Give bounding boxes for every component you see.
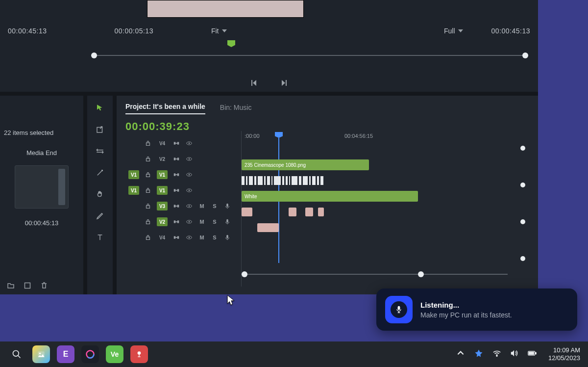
preview-playhead-marker[interactable] bbox=[227, 40, 235, 47]
photos-app-icon[interactable] bbox=[32, 345, 50, 363]
eye-icon[interactable] bbox=[185, 171, 193, 178]
track-lane[interactable]: 235 Cinemascope 1080.png bbox=[242, 158, 508, 171]
mute-toggle[interactable]: M bbox=[199, 235, 204, 240]
ripple-edit-tool[interactable] bbox=[95, 146, 105, 157]
eye-icon[interactable] bbox=[185, 140, 193, 147]
lock-icon[interactable] bbox=[144, 187, 152, 194]
track-header-row[interactable]: V1 V1 bbox=[125, 168, 241, 181]
track-target-badge[interactable]: V1 bbox=[128, 170, 139, 179]
chevron-down-icon bbox=[222, 29, 227, 32]
track-header-row[interactable]: V1 V1 bbox=[125, 184, 241, 197]
eye-icon[interactable] bbox=[185, 187, 193, 194]
preview-scrub-bar[interactable] bbox=[91, 50, 528, 62]
clip-thumbnail-timecode: 00:00:45:13 bbox=[4, 219, 79, 227]
sync-lock-icon[interactable] bbox=[172, 187, 180, 194]
export-frame-tool[interactable] bbox=[95, 124, 105, 135]
browser-app-icon[interactable] bbox=[81, 345, 99, 363]
resolution-dropdown[interactable]: Full bbox=[444, 27, 463, 35]
lock-icon[interactable] bbox=[144, 171, 152, 178]
eye-icon[interactable] bbox=[185, 234, 193, 241]
sync-lock-icon[interactable] bbox=[172, 171, 180, 178]
copilot-icon[interactable] bbox=[474, 348, 484, 360]
svg-rect-10 bbox=[177, 157, 179, 160]
timeline-zoom-slider[interactable] bbox=[242, 271, 508, 278]
video-clip[interactable]: 235 Cinemascope 1080.png bbox=[242, 159, 369, 170]
voiceover-icon[interactable] bbox=[223, 234, 231, 241]
taskbar-clock[interactable]: 10:09 AM 12/05/2023 bbox=[548, 346, 580, 362]
svg-point-48 bbox=[13, 351, 19, 357]
track-zoom-handles[interactable] bbox=[520, 146, 525, 261]
video-editor-app-icon[interactable]: Ve bbox=[106, 345, 123, 363]
track-lane[interactable]: White bbox=[242, 190, 508, 203]
audio-clip[interactable] bbox=[242, 208, 252, 216]
voiceover-icon[interactable] bbox=[223, 203, 231, 210]
track-header-row[interactable]: V4 bbox=[125, 137, 241, 150]
sync-lock-icon[interactable] bbox=[172, 234, 180, 241]
solo-toggle[interactable]: S bbox=[213, 203, 216, 209]
track-header-row[interactable]: V2 bbox=[125, 153, 241, 165]
track-lane[interactable] bbox=[242, 237, 508, 250]
track-lane[interactable] bbox=[242, 206, 508, 218]
audio-clip[interactable] bbox=[289, 208, 296, 216]
mute-toggle[interactable]: M bbox=[199, 203, 204, 209]
track-header-row[interactable]: V2 M S bbox=[125, 215, 241, 228]
rate-stretch-tool[interactable] bbox=[95, 167, 105, 178]
voiceover-icon[interactable] bbox=[223, 218, 231, 225]
audio-clip[interactable] bbox=[257, 223, 279, 232]
search-button[interactable] bbox=[8, 345, 25, 363]
volume-icon[interactable] bbox=[510, 349, 519, 360]
clip-thumbnail[interactable] bbox=[15, 165, 69, 209]
new-bin-icon[interactable] bbox=[7, 282, 15, 289]
new-item-icon[interactable] bbox=[24, 282, 31, 289]
lock-icon[interactable] bbox=[144, 234, 152, 241]
timeline-project-title: Project: It's been a while bbox=[125, 103, 205, 114]
timeline-bin-label: Bin: Music bbox=[220, 104, 252, 114]
solo-toggle[interactable]: S bbox=[213, 235, 216, 240]
svg-point-25 bbox=[189, 190, 190, 191]
video-clip[interactable] bbox=[242, 175, 330, 186]
camera-app-icon[interactable] bbox=[130, 345, 148, 363]
step-forward-button[interactable] bbox=[280, 79, 288, 87]
solo-toggle[interactable]: S bbox=[213, 219, 216, 225]
sync-lock-icon[interactable] bbox=[172, 218, 180, 225]
audio-clip[interactable] bbox=[318, 208, 324, 216]
delete-icon[interactable] bbox=[40, 282, 48, 289]
zoom-fit-dropdown[interactable]: Fit bbox=[211, 27, 227, 35]
lock-icon[interactable] bbox=[144, 218, 152, 225]
eye-icon[interactable] bbox=[185, 156, 193, 162]
microphone-icon bbox=[395, 306, 403, 314]
svg-point-13 bbox=[189, 158, 190, 160]
video-clip[interactable]: White bbox=[242, 191, 418, 202]
mute-toggle[interactable]: M bbox=[199, 219, 204, 225]
sync-lock-icon[interactable] bbox=[172, 203, 180, 210]
track-header-row[interactable]: V4 M S bbox=[125, 231, 241, 244]
eye-icon[interactable] bbox=[185, 218, 193, 225]
video-editor-window: 00:00:45:13 00:00:05:13 Fit Full 00:00:4… bbox=[0, 0, 538, 294]
track-lane[interactable] bbox=[242, 174, 508, 187]
track-area[interactable]: :00:00 00:04:56:15 235 Cinemascope 1080.… bbox=[241, 131, 529, 287]
wifi-icon[interactable] bbox=[492, 349, 501, 360]
sync-lock-icon[interactable] bbox=[172, 156, 180, 162]
track-lane[interactable] bbox=[242, 221, 508, 234]
track-target-badge[interactable]: V1 bbox=[128, 186, 139, 195]
type-tool[interactable] bbox=[95, 232, 105, 243]
track-label: V3 bbox=[157, 202, 168, 210]
selection-tool[interactable] bbox=[95, 103, 105, 113]
voice-assistant-popup[interactable]: Listening... Make my PC run at its faste… bbox=[376, 288, 577, 331]
svg-rect-32 bbox=[226, 204, 228, 207]
svg-rect-20 bbox=[147, 190, 150, 192]
audio-clip[interactable] bbox=[305, 208, 313, 216]
tray-expand-icon[interactable] bbox=[456, 349, 465, 360]
battery-icon[interactable] bbox=[528, 349, 537, 360]
track-lane[interactable] bbox=[242, 143, 508, 156]
lock-icon[interactable] bbox=[144, 140, 152, 147]
sync-lock-icon[interactable] bbox=[172, 140, 180, 147]
lock-icon[interactable] bbox=[144, 203, 152, 210]
lock-icon[interactable] bbox=[144, 156, 152, 162]
pen-tool[interactable] bbox=[95, 210, 105, 221]
mail-app-icon[interactable]: E bbox=[57, 345, 74, 363]
eye-icon[interactable] bbox=[185, 203, 193, 210]
track-header-row[interactable]: V3 M S bbox=[125, 200, 241, 212]
hand-tool[interactable] bbox=[95, 189, 105, 200]
step-back-button[interactable] bbox=[250, 79, 258, 87]
